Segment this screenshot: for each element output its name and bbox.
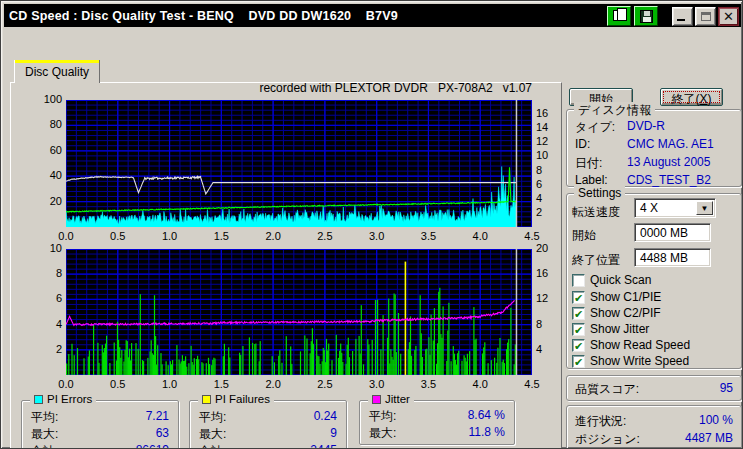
axis-tick-label: 0.5 <box>103 378 133 391</box>
checkbox-icon[interactable] <box>572 274 585 287</box>
copy-icon[interactable] <box>607 6 631 26</box>
axis-tick-label: 14 <box>536 121 566 134</box>
pi-failures-avg-row: 平均: 0.24 <box>199 409 337 424</box>
checkbox-icon[interactable]: ✔ <box>572 355 585 368</box>
axis-tick-label: 40 <box>18 169 62 182</box>
checkbox-show-jitter[interactable]: ✔ Show Jitter <box>572 322 649 336</box>
quality-score-row: 品質スコア: 95 <box>575 381 733 398</box>
progress-label: 進行状況: <box>575 413 626 430</box>
avg-label: 平均: <box>199 409 226 424</box>
axis-tick-label: 80 <box>18 118 62 131</box>
checkbox-icon[interactable]: ✔ <box>572 339 585 352</box>
axis-tick-label: 6 <box>18 292 62 305</box>
pi-failures-box: PI Failures 平均: 0.24 最大: 9 合計 : 2445 <box>189 400 347 449</box>
pi-failures-total-row: 合計 : 2445 <box>199 443 337 449</box>
window-title: CD Speed : Disc Quality Test - BENQ DVD … <box>4 9 398 23</box>
axis-tick-label: 3.0 <box>362 230 392 243</box>
copy-pages-icon <box>613 10 621 21</box>
titlebar-buttons: ✕ <box>604 6 739 26</box>
maximize-icon <box>701 12 711 21</box>
pi-errors-avg-row: 平均: 7.21 <box>31 409 169 424</box>
checkbox-icon[interactable]: ✔ <box>572 323 585 336</box>
progress-value: 100 % <box>699 413 733 430</box>
maximize-button[interactable] <box>695 7 716 26</box>
jitter-color-swatch <box>372 395 381 404</box>
avg-label: 平均: <box>31 409 58 424</box>
speed-combobox[interactable]: 4 X ▼ <box>634 198 716 218</box>
axis-tick-label: 6 <box>536 178 566 191</box>
pi-errors-title: PI Errors <box>47 393 92 405</box>
axis-tick-label: 16 <box>536 107 566 120</box>
axis-tick-label: 20 <box>18 195 62 208</box>
axis-tick-label: 16 <box>536 267 566 280</box>
checkbox-show-read-speed[interactable]: ✔ Show Read Speed <box>572 338 690 352</box>
progress-row: 進行状況: 100 % <box>575 413 733 430</box>
axis-tick-label: 4 <box>536 343 566 356</box>
disc-info-title: ディスク情報 <box>574 102 655 119</box>
axis-tick-label: 2.5 <box>310 230 340 243</box>
exit-button-label: 終了( <box>671 92 699 106</box>
axis-tick-label: 12 <box>536 292 566 305</box>
checkbox-icon[interactable]: ✔ <box>572 307 585 320</box>
chevron-down-icon[interactable]: ▼ <box>696 201 713 215</box>
checkbox-show-write-speed[interactable]: ✔ Show Write Speed <box>572 354 689 368</box>
app-window: CD Speed : Disc Quality Test - BENQ DVD … <box>0 0 743 449</box>
axis-tick-label: 1.5 <box>206 378 236 391</box>
titlebar[interactable]: CD Speed : Disc Quality Test - BENQ DVD … <box>4 4 741 27</box>
quality-score-label: 品質スコア: <box>575 381 639 398</box>
jitter-box: Jitter 平均: 8.64 % 最大: 11.8 % <box>359 400 515 445</box>
axis-tick-label: 0.5 <box>103 230 133 243</box>
axis-tick-label: 2 <box>536 206 566 219</box>
tab-disc-quality[interactable]: Disc Quality <box>14 60 100 83</box>
recorded-with-text: recorded with PLEXTOR DVDR PX-708A2 v1.0… <box>184 81 532 95</box>
close-button[interactable]: ✕ <box>718 7 739 26</box>
total-value: 86619 <box>136 443 169 449</box>
end-pos-value: 4488 MB <box>640 251 688 265</box>
start-pos-input[interactable]: 0000 MB <box>634 223 711 242</box>
end-pos-label: 終了位置 <box>572 252 620 269</box>
axis-tick-label: 3.5 <box>413 230 443 243</box>
axis-tick-label: 60 <box>18 144 62 157</box>
pi-errors-legend: PI Errors <box>30 393 96 405</box>
settings-title: Settings <box>574 186 625 200</box>
jitter-avg-row: 平均: 8.64 % <box>369 408 505 423</box>
tab-active-stripe <box>14 60 100 63</box>
jitter-title: Jitter <box>385 393 410 405</box>
max-value: 63 <box>156 426 169 441</box>
end-pos-input[interactable]: 4488 MB <box>634 248 711 267</box>
floppy-disk-icon <box>640 10 653 23</box>
avg-value: 8.64 % <box>468 408 505 423</box>
axis-tick-label: 12 <box>536 135 566 148</box>
axis-tick-label: 4.5 <box>517 378 547 391</box>
checkbox-quick-scan[interactable]: Quick Scan <box>572 273 651 287</box>
checkbox-show-c1-pie[interactable]: ✔ Show C1/PIE <box>572 290 661 304</box>
pi-errors-box: PI Errors 平均: 7.21 最大: 63 合計 : 86619 <box>21 400 179 449</box>
jitter-legend: Jitter <box>368 393 414 405</box>
axis-tick-label: 2.0 <box>258 378 288 391</box>
minimize-icon <box>677 19 685 21</box>
bottom-quality-chart <box>66 249 532 375</box>
max-label: 最大: <box>369 425 396 440</box>
checkbox-show-c2-pif[interactable]: ✔ Show C2/PIF <box>572 306 661 320</box>
axis-tick-label: 8 <box>536 164 566 177</box>
axis-tick-label: 2 <box>18 343 62 356</box>
start-pos-label: 開始 <box>572 227 596 244</box>
axis-tick-label: 100 <box>18 93 62 106</box>
total-label: 合計 : <box>31 443 62 449</box>
disc-type-row: タイプ: DVD-R <box>575 119 733 136</box>
pi-failures-color-swatch <box>202 395 211 404</box>
speed-value: 4 X <box>640 201 658 215</box>
axis-tick-label: 2.0 <box>258 230 288 243</box>
exit-button[interactable]: 終了(X) <box>660 88 723 106</box>
pi-failures-title: PI Failures <box>215 393 270 405</box>
pi-errors-max-row: 最大: 63 <box>31 426 169 441</box>
quality-score-group: 品質スコア: 95 <box>566 375 742 401</box>
checkbox-icon[interactable]: ✔ <box>572 291 585 304</box>
disc-info-group: ディスク情報 タイプ: DVD-R ID: CMC MAG. AE1 日付: 1… <box>566 109 742 187</box>
save-icon[interactable] <box>634 6 658 26</box>
pi-errors-color-swatch <box>34 395 43 404</box>
minimize-button[interactable] <box>672 7 693 26</box>
pi-failures-legend: PI Failures <box>198 393 274 405</box>
axis-tick-label: 4 <box>18 318 62 331</box>
pi-failures-max-row: 最大: 9 <box>199 426 337 441</box>
